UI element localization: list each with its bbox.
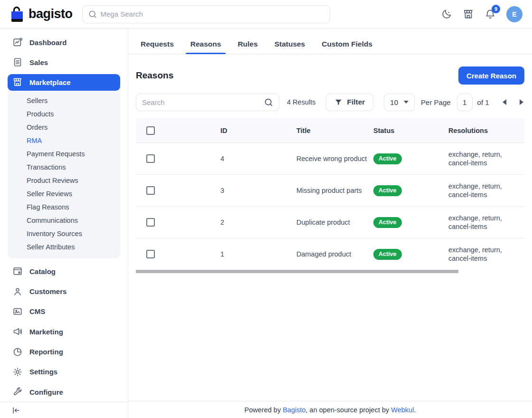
sidebar-item-seller-reviews[interactable]: Seller Reviews xyxy=(8,187,120,200)
marketing-icon xyxy=(12,326,23,337)
table-row[interactable]: 4 Receive wrong product Active exchange,… xyxy=(136,143,524,175)
status-badge: Active xyxy=(373,217,402,228)
tab-custom-fields[interactable]: Custom Fields xyxy=(317,35,377,54)
footer: Powered by Bagisto , an open-source proj… xyxy=(128,401,532,418)
per-page-select[interactable]: 10 xyxy=(384,94,415,111)
scrollbar-thumb[interactable] xyxy=(136,270,458,273)
column-header-resolutions: Resolutions xyxy=(448,127,524,134)
column-header-id: ID xyxy=(220,127,296,134)
sidebar-item-cms[interactable]: CMS xyxy=(8,302,120,322)
notifications-bell-icon[interactable]: 9 xyxy=(484,9,496,20)
cell-id: 2 xyxy=(220,218,296,226)
sidebar-item-inventory-sources[interactable]: Inventory Sources xyxy=(8,227,120,240)
sidebar-item-label: Settings xyxy=(29,368,57,376)
sidebar-item-dashboard[interactable]: Dashboard xyxy=(8,32,120,52)
brand-name: bagisto xyxy=(28,7,73,21)
store-icon[interactable] xyxy=(463,9,474,20)
prev-page-icon[interactable] xyxy=(503,99,506,105)
tab-reasons[interactable]: Reasons xyxy=(186,35,226,54)
cell-id: 1 xyxy=(220,250,296,258)
per-page-label: Per Page xyxy=(421,98,451,106)
webkul-link[interactable]: Webkul xyxy=(391,406,414,414)
sidebar-item-orders[interactable]: Orders xyxy=(8,121,120,134)
page-total: of 1 xyxy=(477,98,489,106)
row-checkbox[interactable] xyxy=(146,250,155,258)
table-row[interactable]: 3 Missing product parts Active exchange,… xyxy=(136,175,524,207)
table-header-row: ID Title Status Resolutions xyxy=(136,118,524,143)
sidebar: Dashboard Sales Marketplace xyxy=(0,28,128,418)
marketplace-icon xyxy=(12,77,23,87)
bagisto-link[interactable]: Bagisto xyxy=(283,406,305,414)
sidebar-item-label: Marketplace xyxy=(29,78,71,86)
mega-search xyxy=(82,5,330,23)
page-title: Reasons xyxy=(136,70,173,81)
sidebar-item-label: Catalog xyxy=(29,267,56,276)
tab-statuses[interactable]: Statuses xyxy=(270,35,310,54)
sidebar-item-label: CMS xyxy=(29,307,45,315)
sidebar-item-configure[interactable]: Configure xyxy=(8,382,120,402)
horizontal-scrollbar xyxy=(136,270,524,273)
cms-icon xyxy=(12,306,23,317)
cell-resolutions: exchange, return, cancel-items xyxy=(448,150,520,167)
sidebar-collapse-icon[interactable] xyxy=(11,406,21,415)
footer-text: , an open-source project by xyxy=(306,406,391,414)
sidebar-item-marketing[interactable]: Marketing xyxy=(8,322,120,342)
table-row[interactable]: 1 Damaged product Active exchange, retur… xyxy=(136,238,524,270)
avatar[interactable]: E xyxy=(506,6,522,22)
bag-logo-icon xyxy=(10,6,25,23)
row-checkbox[interactable] xyxy=(146,154,155,163)
sidebar-item-label: Configure xyxy=(29,388,63,396)
cell-id: 3 xyxy=(220,187,296,194)
sidebar-item-rma[interactable]: RMA xyxy=(8,134,120,147)
footer-text: . xyxy=(414,406,416,414)
sidebar-item-customers[interactable]: Customers xyxy=(8,281,120,301)
reasons-table: ID Title Status Resolutions 4 Receive wr… xyxy=(136,118,524,273)
sidebar-item-communications[interactable]: Communications xyxy=(8,214,120,227)
catalog-icon xyxy=(12,266,23,276)
next-page-icon[interactable] xyxy=(520,99,523,105)
sidebar-item-seller-attributes[interactable]: Seller Attributes xyxy=(8,240,120,254)
sidebar-item-flag-reasons[interactable]: Flag Reasons xyxy=(8,200,120,214)
status-badge: Active xyxy=(373,153,402,164)
settings-gear-icon xyxy=(12,367,23,377)
status-badge: Active xyxy=(373,249,402,260)
datagrid-search xyxy=(136,94,279,111)
tab-requests[interactable]: Requests xyxy=(136,35,179,54)
reporting-icon xyxy=(12,347,23,357)
sidebar-footer xyxy=(0,402,128,418)
cell-resolutions: exchange, return, cancel-items xyxy=(448,214,520,231)
sidebar-item-marketplace[interactable]: Marketplace xyxy=(8,74,120,91)
sidebar-item-label: Sales xyxy=(29,58,48,66)
brand-logo[interactable]: bagisto xyxy=(10,6,73,23)
sidebar-item-catalog[interactable]: Catalog xyxy=(8,261,120,281)
footer-text: Powered by xyxy=(245,406,283,414)
sidebar-item-sellers[interactable]: Sellers xyxy=(8,94,120,107)
sidebar-item-transactions[interactable]: Transactions xyxy=(8,161,120,174)
page-number-input[interactable] xyxy=(457,94,473,111)
tab-rules[interactable]: Rules xyxy=(233,35,262,54)
sidebar-item-product-reviews[interactable]: Product Reviews xyxy=(8,174,120,187)
cell-title: Missing product parts xyxy=(296,187,373,194)
cell-resolutions: exchange, return, cancel-items xyxy=(448,246,520,263)
results-count: 4 Results xyxy=(287,98,315,106)
sidebar-item-label: Customers xyxy=(29,287,66,295)
sidebar-item-settings[interactable]: Settings xyxy=(8,362,120,382)
cell-id: 4 xyxy=(220,155,296,162)
sidebar-item-reporting[interactable]: Reporting xyxy=(8,342,120,361)
sidebar-item-products[interactable]: Products xyxy=(8,107,120,121)
sidebar-item-payment-requests[interactable]: Payment Requests xyxy=(8,147,120,161)
search-icon[interactable] xyxy=(264,97,274,107)
table-row[interactable]: 2 Duplicate product Active exchange, ret… xyxy=(136,207,524,238)
datagrid-search-input[interactable] xyxy=(136,94,279,111)
row-checkbox[interactable] xyxy=(146,218,155,227)
dark-mode-icon[interactable] xyxy=(441,9,452,20)
filter-button[interactable]: Filter xyxy=(326,94,373,111)
marketplace-submenu: Sellers Products Orders RMA Payment Requ… xyxy=(8,91,120,258)
configure-wrench-icon xyxy=(12,387,23,397)
row-checkbox[interactable] xyxy=(146,186,155,195)
sidebar-item-sales[interactable]: Sales xyxy=(8,52,120,72)
mega-search-input[interactable] xyxy=(82,5,330,23)
select-all-checkbox[interactable] xyxy=(146,126,155,135)
search-icon xyxy=(88,10,97,19)
create-reason-button[interactable]: Create Reason xyxy=(458,66,524,85)
